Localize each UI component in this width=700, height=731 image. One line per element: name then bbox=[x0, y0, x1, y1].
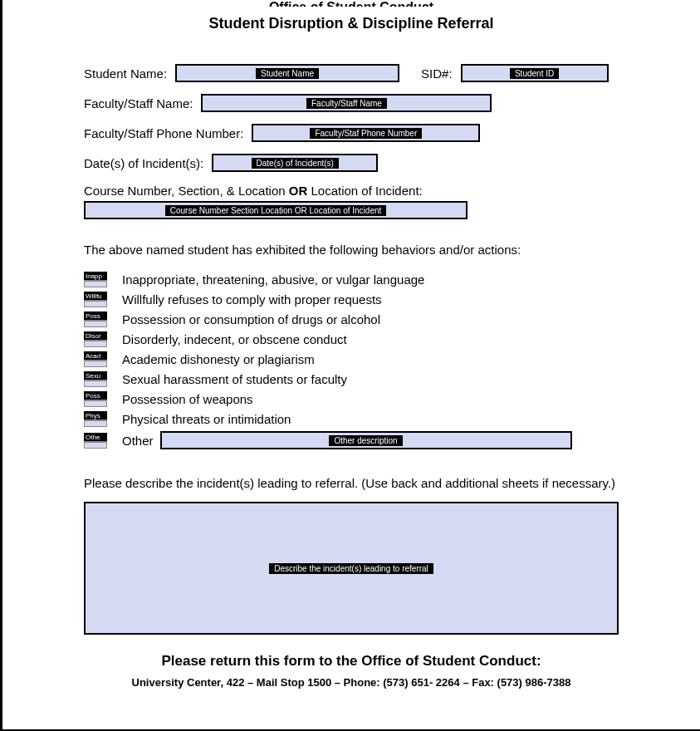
placeholder-describe: Describe the incident(s) leading to refe… bbox=[269, 563, 433, 574]
label-faculty-name: Faculty/Staff Name: bbox=[84, 96, 193, 110]
input-sid[interactable]: Student ID bbox=[461, 64, 609, 82]
placeholder-other: Other description bbox=[329, 435, 402, 446]
input-describe[interactable]: Describe the incident(s) leading to refe… bbox=[84, 502, 619, 635]
checkbox-tag: Willfu bbox=[84, 292, 107, 301]
checkbox-other[interactable]: Othe bbox=[84, 433, 107, 449]
behavior-row: PossPossession of weapons bbox=[84, 391, 619, 407]
checkbox-tag: Phys bbox=[84, 411, 107, 420]
form-title: Student Disruption & Discipline Referral bbox=[84, 15, 619, 32]
checkbox-tag: Acad bbox=[84, 351, 107, 361]
row-faculty-name: Faculty/Staff Name: Faculty/Staff Name bbox=[84, 94, 619, 112]
checkbox-behavior[interactable]: Sexu bbox=[84, 371, 107, 387]
checkbox-behavior[interactable]: Poss bbox=[84, 312, 107, 327]
describe-label: Please describe the incident(s) leading … bbox=[84, 474, 619, 492]
row-faculty-phone: Faculty/Staff Phone Number: Faculty/Staf… bbox=[84, 124, 619, 142]
row-course: Course Number, Section, & Location OR Lo… bbox=[84, 184, 619, 219]
checkbox-other-box bbox=[84, 442, 107, 449]
behavior-text: Possession or consumption of drugs or al… bbox=[122, 312, 380, 326]
input-other[interactable]: Other description bbox=[160, 431, 572, 449]
behaviors-intro: The above named student has exhibited th… bbox=[84, 243, 619, 257]
label-student-name: Student Name: bbox=[84, 66, 167, 81]
checkbox-tag: Disor bbox=[84, 331, 107, 341]
label-faculty-phone: Faculty/Staff Phone Number: bbox=[84, 126, 243, 140]
behavior-row: DisorDisorderly, indecent, or obscene co… bbox=[84, 331, 619, 347]
row-other: Othe Other Other description bbox=[84, 431, 619, 449]
other-inline: Other Other description bbox=[122, 431, 619, 449]
placeholder-sid: Student ID bbox=[510, 68, 559, 79]
behavior-text: Academic dishonesty or plagiarism bbox=[122, 352, 315, 366]
checkbox-box bbox=[84, 361, 107, 367]
behavior-text: Inappropriate, threatening, abusive, or … bbox=[122, 272, 424, 287]
behavior-row: PhysPhysical threats or intimidation bbox=[84, 411, 619, 427]
checkbox-box bbox=[84, 420, 107, 427]
placeholder-dates: Date(s) of Incident(s) bbox=[252, 158, 339, 169]
office-header: Office of Student Conduct bbox=[84, 0, 619, 7]
checkbox-behavior[interactable]: Phys bbox=[84, 411, 107, 427]
footer-title: Please return this form to the Office of… bbox=[84, 653, 619, 670]
placeholder-faculty-phone: Faculty/Staf Phone Number bbox=[310, 128, 422, 139]
placeholder-course: Course Number Section Location OR Locati… bbox=[165, 205, 387, 216]
behaviors-list: InappInappropriate, threatening, abusive… bbox=[84, 272, 619, 427]
behavior-text: Willfully refuses to comply with proper … bbox=[122, 292, 382, 307]
checkbox-tag: Sexu bbox=[84, 371, 107, 380]
checkbox-box bbox=[84, 321, 107, 327]
checkbox-behavior[interactable]: Inapp bbox=[84, 272, 107, 287]
checkbox-behavior[interactable]: Willfu bbox=[84, 292, 107, 307]
input-student-name[interactable]: Student Name bbox=[175, 64, 399, 82]
checkbox-tag: Poss bbox=[84, 312, 107, 321]
input-faculty-phone[interactable]: Faculty/Staf Phone Number bbox=[252, 124, 480, 142]
checkbox-box bbox=[84, 281, 107, 287]
input-dates[interactable]: Date(s) of Incident(s) bbox=[212, 154, 378, 172]
footer-address: University Center, 422 – Mail Stop 1500 … bbox=[84, 676, 619, 689]
placeholder-student-name: Student Name bbox=[256, 68, 319, 79]
checkbox-behavior[interactable]: Acad bbox=[84, 351, 107, 367]
checkbox-tag: Poss bbox=[84, 391, 107, 400]
checkbox-behavior[interactable]: Poss bbox=[84, 391, 107, 407]
label-course: Course Number, Section, & Location OR Lo… bbox=[84, 184, 619, 198]
label-sid: SID#: bbox=[421, 66, 453, 81]
checkbox-box bbox=[84, 301, 107, 307]
behavior-row: WillfuWillfully refuses to comply with p… bbox=[84, 292, 619, 307]
row-student-name: Student Name: Student Name SID#: Student… bbox=[84, 64, 619, 82]
behavior-text: Possession of weapons bbox=[122, 392, 253, 406]
behavior-text: Physical threats or intimidation bbox=[122, 412, 291, 426]
behavior-row: InappInappropriate, threatening, abusive… bbox=[84, 272, 619, 287]
behavior-row: AcadAcademic dishonesty or plagiarism bbox=[84, 351, 619, 367]
behavior-row: PossPossession or consumption of drugs o… bbox=[84, 312, 619, 327]
checkbox-tag: Inapp bbox=[84, 272, 107, 281]
checkbox-behavior[interactable]: Disor bbox=[84, 331, 107, 347]
behavior-text: Disorderly, indecent, or obscene conduct bbox=[122, 332, 347, 346]
input-course[interactable]: Course Number Section Location OR Locati… bbox=[84, 201, 467, 219]
checkbox-box bbox=[84, 380, 107, 387]
input-faculty-name[interactable]: Faculty/Staff Name bbox=[201, 94, 492, 112]
placeholder-faculty-name: Faculty/Staff Name bbox=[306, 98, 387, 109]
behavior-row: SexuSexual harassment of students or fac… bbox=[84, 371, 619, 387]
behavior-text: Sexual harassment of students or faculty bbox=[122, 372, 347, 386]
checkbox-box bbox=[84, 400, 107, 407]
label-other: Other bbox=[122, 434, 154, 448]
checkbox-box bbox=[84, 341, 107, 347]
label-dates: Date(s) of Incident(s): bbox=[84, 156, 203, 170]
row-dates: Date(s) of Incident(s): Date(s) of Incid… bbox=[84, 154, 619, 172]
form-page: Office of Student Conduct Student Disrup… bbox=[2, 0, 700, 705]
checkbox-other-tag: Othe bbox=[84, 433, 107, 442]
